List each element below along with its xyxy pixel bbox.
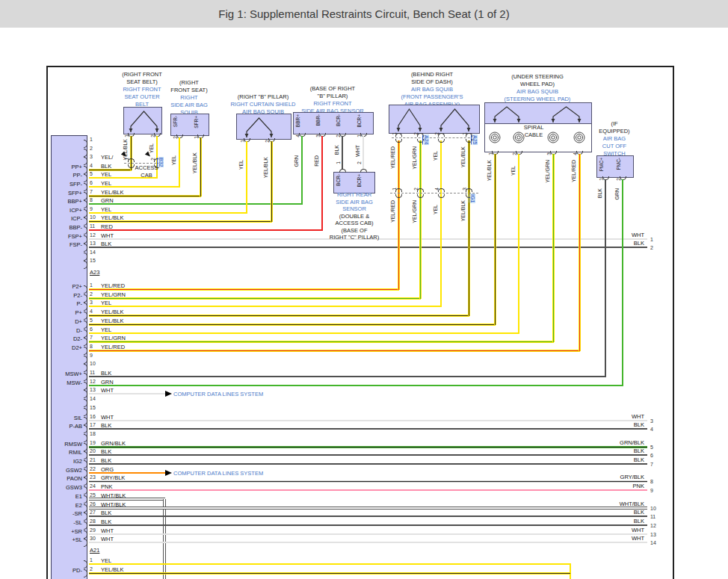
component-pin-label: BCR- — [336, 174, 341, 186]
pin-number: 10 — [90, 214, 96, 220]
connector-id-link[interactable]: A23 — [90, 269, 99, 276]
connector-id-tag[interactable]: A24 — [424, 134, 429, 145]
component-pin-number: 2 — [173, 136, 178, 139]
pin-number: 1 — [90, 137, 93, 142]
wire-YEL/BLK — [494, 154, 496, 325]
wire-color-label: YEL/ — [101, 154, 113, 161]
wire-YEL/RED — [89, 350, 580, 352]
wire-YEL/BLK — [89, 220, 272, 223]
component-pin-number: 2 — [150, 134, 155, 137]
access-cab-connector-dash — [124, 163, 160, 164]
ecu-pin-name: D2- — [58, 335, 82, 342]
edge-wire-color: WHT/BLK — [592, 501, 644, 507]
connector-id-tag[interactable]: B32 — [158, 157, 164, 167]
connector-id-tag[interactable]: A25 — [472, 134, 478, 145]
edge-wire-number: 3 — [650, 418, 653, 424]
component-pin-label: BCR+ — [357, 174, 362, 188]
wire-YEL/BLK — [89, 315, 469, 317]
data-lines-label: COMPUTER DATA LINES SYSTEM — [173, 391, 263, 397]
wire-color-label: RED — [314, 155, 319, 167]
ecu-pin-name: P+ — [58, 309, 82, 316]
wire-YEL/RED — [579, 154, 581, 351]
data-lines-arrow-icon — [165, 470, 172, 476]
connector-id-tag[interactable]: IG1 — [470, 193, 475, 203]
pin-number: 22 — [90, 466, 96, 471]
pin-number: 6 — [90, 326, 93, 332]
wire-PNK — [89, 489, 647, 491]
wire-WHT/BLK — [163, 499, 166, 579]
wire-color-label: YEL — [433, 151, 438, 161]
ecu-pin-name: P- — [58, 300, 82, 307]
wire-color-label: YEL — [149, 143, 154, 153]
pin-number: 14 — [90, 396, 96, 401]
connector-id-link[interactable]: A21 — [90, 547, 99, 554]
component-pin-label: BBR- — [315, 114, 321, 126]
wire-RED — [89, 229, 323, 231]
edge-wire-color: BLK — [592, 421, 644, 428]
component-pin-number: 1 — [336, 161, 341, 164]
ecu-pin-name: SFP+ — [58, 190, 82, 196]
wire-color-label: YEL/GRN — [412, 146, 417, 170]
wire-YEL — [89, 332, 519, 334]
ecu-pin-name: PD- — [58, 567, 82, 574]
wire-YEL/GRN — [552, 154, 555, 342]
edge-wire-number: 5 — [650, 445, 653, 450]
wire-color-label: YEL — [510, 166, 516, 176]
pin-number: 6 — [90, 180, 93, 185]
edge-wire-number: 4 — [650, 427, 653, 432]
pin-number: 21 — [90, 457, 96, 462]
pin-number: 15 — [90, 405, 96, 410]
component-caption: (IFEQUIPPED) — [570, 120, 659, 135]
ecu-pin-name: +SR — [58, 528, 82, 535]
wire-YEL/GRN — [89, 341, 554, 343]
component-caption: (DOUBLE &ACCESS CAB)(BASE OFRIGHT "C" PI… — [327, 213, 381, 241]
wire-YEL/BLK — [200, 137, 202, 196]
wire-YEL/GRN — [89, 297, 421, 300]
component-pin-label: BCR- — [336, 114, 341, 126]
inline-pin-number: 4 — [434, 188, 439, 191]
wire-color-label: YEL/RED — [390, 200, 395, 223]
wire-RED — [321, 136, 323, 231]
edge-wire-color: BLK — [592, 240, 644, 247]
pin-number: 27 — [90, 510, 96, 515]
ecu-pin-name: -SR — [58, 510, 82, 517]
edge-wire-number: 7 — [650, 462, 653, 467]
wire-GRN — [622, 179, 623, 386]
ecu-pin-name: SIL — [58, 415, 82, 421]
component-pin-label: PMC- — [616, 158, 621, 170]
wire-YEL/BLK — [468, 140, 470, 316]
edge-wire-color: PNK — [592, 483, 644, 489]
wire-YEL — [246, 141, 247, 214]
pin-number: 18 — [90, 431, 96, 436]
wire-YEL/BLK — [89, 323, 496, 326]
page: Fig 1: Supplemental Restraints Circuit, … — [0, 0, 728, 579]
edge-wire-number: 11 — [650, 514, 655, 519]
pin-number: 26 — [90, 501, 96, 507]
pin-number: 8 — [90, 197, 93, 202]
wire-BLK — [89, 376, 606, 377]
inline-pin-number: 1 — [392, 188, 397, 191]
component-caption-name: AIR BAG SQUIB(STEERING WHEEL PAD) — [493, 88, 582, 103]
squib-connector-dash — [392, 137, 478, 138]
wire-BLK — [342, 136, 343, 170]
edge-wire-number: 9 — [650, 488, 653, 493]
data-lines-label: COMPUTER DATA LINES SYSTEM — [173, 470, 263, 477]
wire-color-label: YEL — [171, 155, 176, 165]
ecu-pin-name: E1 — [58, 493, 82, 500]
wire-color-label: BLK — [597, 188, 602, 198]
ecu-pin-name: SFP- — [58, 181, 82, 188]
pin-number: 12 — [90, 379, 96, 384]
wire-BLK — [89, 524, 647, 526]
ecu-pin-name: E2 — [58, 502, 82, 509]
wire-ORG — [89, 472, 165, 474]
pin-number: 25 — [90, 492, 96, 498]
component-caption: (BASE OF RIGHT"B" PILLAR) — [288, 85, 377, 100]
ecu-pin-name: D2+ — [58, 344, 82, 351]
edge-wire-number: 13 — [650, 532, 656, 537]
ecu-pin-name: FSP+ — [58, 233, 82, 240]
wire-GRN — [301, 136, 303, 205]
wire-color-label: YEL/BLK — [192, 152, 197, 173]
pin-number: 2 — [90, 291, 93, 297]
pin-number: 4 — [90, 309, 93, 314]
component-pin-label: PMC+ — [599, 158, 604, 171]
